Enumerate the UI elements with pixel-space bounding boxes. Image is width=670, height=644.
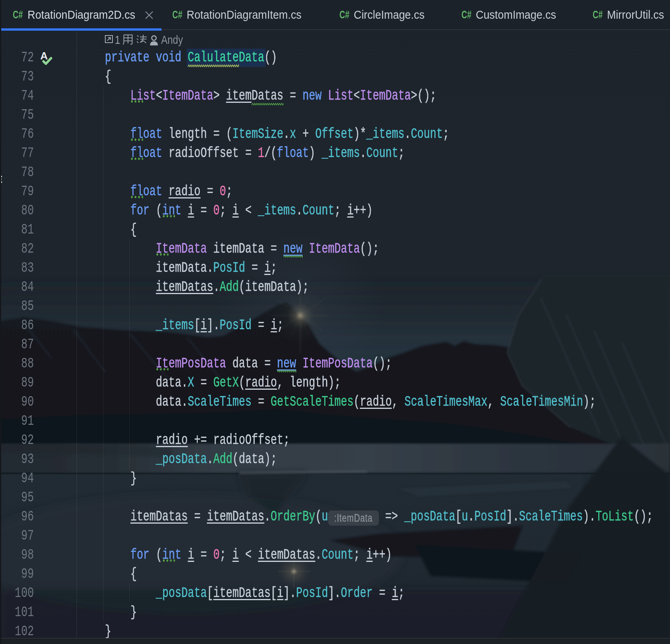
svg-text:A: A [40,50,48,62]
